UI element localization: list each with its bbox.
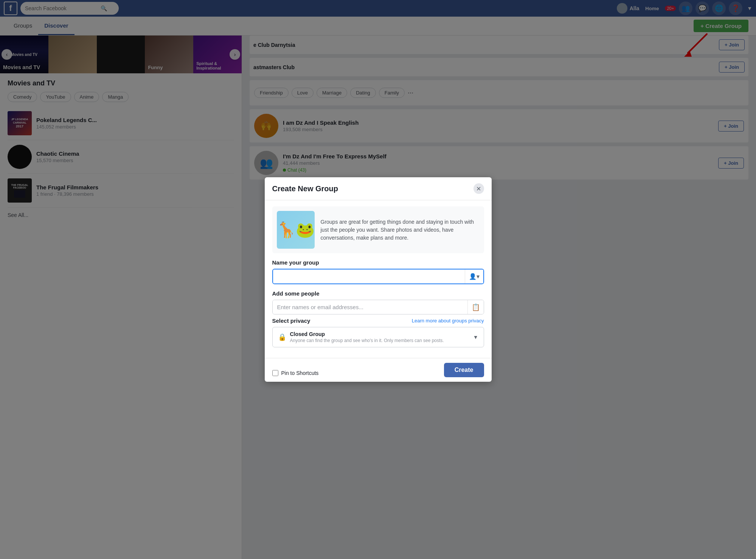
pin-shortcuts-row: Pin to Shortcuts — [272, 370, 319, 376]
pin-label: Pin to Shortcuts — [281, 370, 319, 376]
modal-info-banner: 🦒🐸 Groups are great for getting things d… — [272, 206, 484, 253]
group-name-input[interactable] — [273, 269, 465, 283]
lock-icon: 🔒 — [278, 333, 286, 341]
modal-info-text: Groups are great for getting things done… — [321, 218, 480, 242]
pin-checkbox[interactable] — [272, 370, 278, 376]
privacy-row: Select privacy Learn more about groups p… — [272, 317, 484, 324]
modal-title: Create New Group — [272, 184, 338, 193]
add-people-icon[interactable]: 📋 — [467, 300, 484, 314]
create-group-modal: Create New Group ✕ 🦒🐸 Groups are great f… — [265, 177, 492, 382]
name-input-icon[interactable]: 👤▾ — [465, 269, 483, 283]
chevron-down-icon: ▼ — [473, 334, 478, 340]
privacy-option-title: Closed Group — [290, 331, 469, 337]
modal-close-button[interactable]: ✕ — [473, 183, 484, 194]
modal-illustration: 🦒🐸 — [277, 211, 315, 249]
people-input[interactable] — [273, 300, 467, 314]
group-name-input-wrapper: 👤▾ — [272, 269, 484, 284]
people-input-wrapper: 📋 — [272, 300, 484, 314]
privacy-link[interactable]: Learn more about groups privacy — [412, 318, 484, 324]
modal-overlay[interactable]: Create New Group ✕ 🦒🐸 Groups are great f… — [0, 0, 756, 559]
modal-header: Create New Group ✕ — [265, 177, 492, 200]
contacts-icon: 📋 — [472, 303, 480, 311]
name-label: Name your group — [272, 259, 484, 266]
privacy-option-info: Closed Group Anyone can find the group a… — [290, 331, 469, 343]
privacy-label: Select privacy — [272, 317, 310, 324]
modal-footer: Pin to Shortcuts Create — [265, 358, 492, 382]
privacy-option-desc: Anyone can find the group and see who's … — [290, 338, 469, 343]
privacy-select-dropdown[interactable]: 🔒 Closed Group Anyone can find the group… — [272, 327, 484, 347]
create-button[interactable]: Create — [444, 363, 484, 377]
person-icon: 👤▾ — [469, 273, 480, 280]
modal-body: Name your group 👤▾ Add some people 📋 Sel… — [265, 259, 492, 355]
people-label: Add some people — [272, 290, 484, 297]
